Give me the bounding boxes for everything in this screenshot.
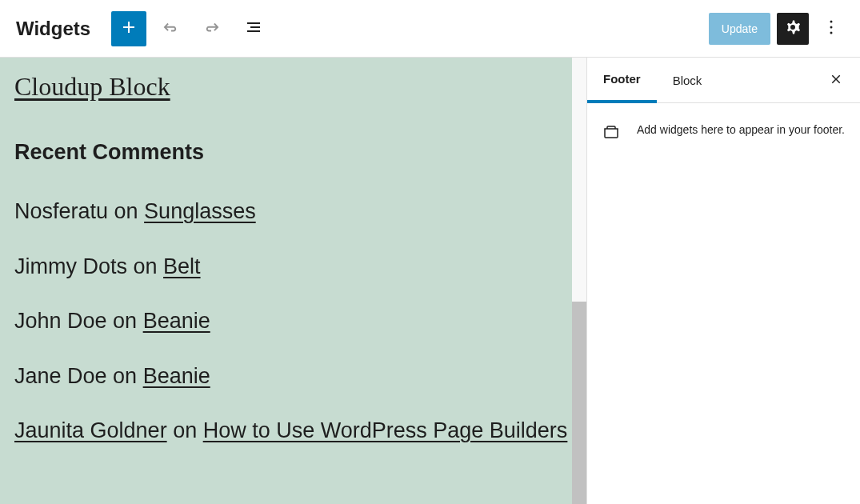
comment-post-link[interactable]: How to Use WordPress Page Builders	[203, 418, 568, 442]
comment-author: John Doe	[14, 309, 107, 333]
tab-block[interactable]: Block	[657, 58, 718, 102]
toolbar-left: Widgets	[13, 11, 709, 46]
comment-post-link[interactable]: Beanie	[143, 364, 210, 388]
close-icon	[829, 72, 843, 89]
cloudup-block-link[interactable]: Cloudup Block	[14, 72, 170, 102]
comment-item: John Doe on Beanie	[14, 305, 572, 338]
page-title: Widgets	[16, 18, 90, 40]
footer-area-icon	[602, 122, 621, 142]
plus-icon	[119, 18, 138, 39]
settings-sidebar: Footer Block Add widgets here to appear …	[586, 58, 860, 504]
comment-on-text: on	[167, 418, 203, 442]
scrollbar-thumb[interactable]	[572, 302, 586, 504]
comment-item: Jaunita Goldner on How to Use WordPress …	[14, 414, 572, 447]
svg-point-2	[830, 32, 833, 34]
list-view-button[interactable]	[236, 11, 271, 46]
comment-post-link[interactable]: Beanie	[143, 309, 210, 333]
close-sidebar-button[interactable]	[823, 67, 849, 93]
comment-item: Nosferatu on Sunglasses	[14, 195, 572, 228]
comment-on-text: on	[107, 309, 143, 333]
info-row: Add widgets here to appear in your foote…	[602, 121, 846, 142]
comment-author-link[interactable]: Jaunita Goldner	[14, 418, 167, 442]
comment-item: Jane Doe on Beanie	[14, 360, 572, 393]
options-button[interactable]	[815, 13, 847, 45]
undo-button[interactable]	[153, 11, 188, 46]
settings-button[interactable]	[777, 13, 809, 45]
gear-icon	[783, 18, 802, 39]
redo-button[interactable]	[194, 11, 230, 46]
editor-canvas[interactable]: Cloudup Block Recent Comments Nosferatu …	[0, 58, 586, 504]
comment-post-link[interactable]: Sunglasses	[144, 199, 256, 223]
list-view-icon	[244, 18, 263, 39]
recent-comments-list: Nosferatu on SunglassesJimmy Dots on Bel…	[14, 195, 572, 447]
more-vertical-icon	[822, 18, 841, 39]
editor-wrap: Cloudup Block Recent Comments Nosferatu …	[0, 58, 586, 504]
top-toolbar: Widgets Update	[0, 0, 860, 58]
scrollbar-track[interactable]	[572, 58, 586, 504]
info-text: Add widgets here to appear in your foote…	[637, 121, 845, 140]
redo-icon	[202, 18, 222, 39]
comment-on-text: on	[107, 364, 143, 388]
update-button[interactable]: Update	[709, 13, 770, 45]
comment-post-link[interactable]: Belt	[163, 254, 201, 278]
recent-comments-heading: Recent Comments	[14, 140, 572, 165]
undo-icon	[161, 18, 180, 39]
tab-footer[interactable]: Footer	[587, 58, 657, 103]
comment-author: Jane Doe	[14, 364, 107, 388]
comment-item: Jimmy Dots on Belt	[14, 250, 572, 283]
add-block-button[interactable]	[111, 11, 146, 46]
comment-author: Jimmy Dots	[14, 254, 127, 278]
sidebar-content: Add widgets here to appear in your foote…	[587, 103, 860, 159]
comment-on-text: on	[127, 254, 163, 278]
comment-on-text: on	[108, 199, 144, 223]
comment-author: Nosferatu	[14, 199, 108, 223]
svg-point-0	[830, 21, 833, 23]
toolbar-right: Update	[709, 13, 847, 45]
main-area: Cloudup Block Recent Comments Nosferatu …	[0, 58, 860, 504]
svg-point-1	[830, 26, 833, 29]
sidebar-tabs: Footer Block	[587, 58, 860, 103]
